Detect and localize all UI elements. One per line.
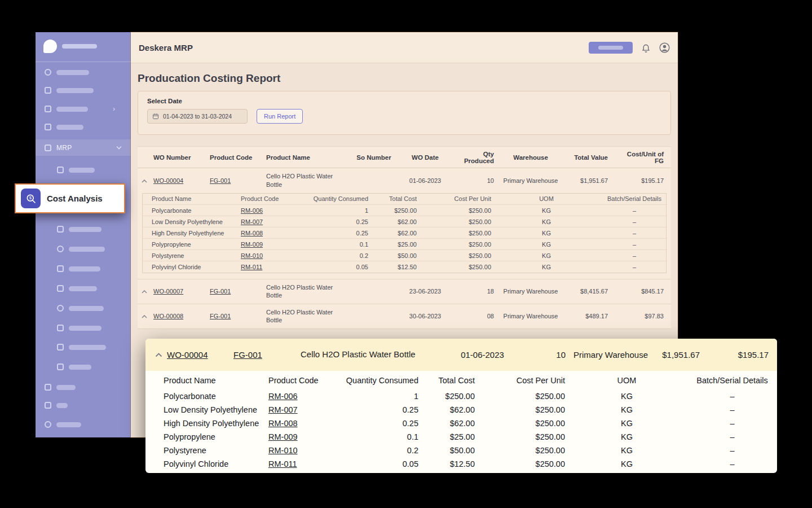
- sidebar-item-icon: [57, 305, 64, 312]
- qty-produced-cell: 08: [452, 304, 496, 329]
- material-code-link[interactable]: RM-006: [241, 207, 263, 214]
- sidebar-item-placeholder[interactable]: [45, 383, 76, 391]
- product-code-link[interactable]: FG-001: [210, 313, 231, 319]
- col-header-warehouse: Warehouse: [496, 147, 565, 168]
- material-code-link[interactable]: RM-009: [241, 241, 263, 248]
- qty-produced-cell: 10: [543, 350, 566, 360]
- table-row-wo-00007[interactable]: WO-00007 FG-001 Cello H2O Plastic Water …: [138, 279, 671, 304]
- sidebar-item-placeholder[interactable]: [45, 421, 81, 428]
- sidebar-divider: [36, 62, 131, 62]
- sidebar-item-icon: [57, 325, 64, 331]
- highlighted-wo-row[interactable]: WO-00004 FG-001 Cello H2O Plastic Water …: [145, 339, 777, 371]
- sidebar-subitem-placeholder[interactable]: [57, 265, 100, 273]
- date-filter-card: Select Date 01-04-2023 to 31-03-2024 Run…: [138, 91, 671, 135]
- sidebar-subitem-placeholder[interactable]: [57, 166, 95, 174]
- sidebar-item-icon: [57, 226, 64, 233]
- run-report-button[interactable]: Run Report: [257, 109, 303, 124]
- sidebar-item-icon: [57, 265, 64, 272]
- product-name-cell: Cello H2O Plastic Water Bottle: [266, 283, 347, 300]
- material-code-link[interactable]: RM-007: [268, 405, 298, 414]
- material-code-link[interactable]: RM-009: [268, 432, 298, 441]
- chevron-up-icon[interactable]: [145, 353, 162, 357]
- wo-number-link[interactable]: WO-00007: [153, 288, 183, 295]
- gear-icon: [45, 421, 51, 428]
- detail-col-batch: Batch/Serial Details: [602, 194, 667, 205]
- warehouse-cell: Primary Warehouse: [496, 168, 565, 193]
- col-header-product-code: Product Code: [208, 147, 264, 168]
- so-number-cell: [350, 304, 398, 329]
- sidebar-subitem-placeholder[interactable]: [57, 304, 104, 312]
- col-caret: [138, 147, 151, 168]
- sidebar-subitem-placeholder[interactable]: [57, 225, 102, 233]
- sidebar-item-mrp[interactable]: MRP: [36, 139, 131, 156]
- topbar-button-placeholder[interactable]: [589, 42, 633, 54]
- material-code-link[interactable]: RM-010: [268, 446, 298, 455]
- material-code-link[interactable]: RM-006: [268, 392, 298, 401]
- main-content: Producation Costing Report Select Date 0…: [131, 72, 678, 329]
- wo-number-link[interactable]: WO-00008: [153, 313, 183, 319]
- product-name-cell: Cello H2O Plastic Water Bottle: [301, 349, 416, 359]
- top-bar: Deskera MRP: [131, 32, 678, 63]
- wo-number-link[interactable]: WO-00004: [153, 177, 183, 184]
- material-code-link[interactable]: RM-008: [241, 230, 263, 237]
- sidebar-item-icon: [45, 402, 51, 409]
- sidebar-item-cost-analysis[interactable]: $ Cost Analysis: [15, 183, 125, 213]
- material-code-link[interactable]: RM-011: [268, 459, 297, 468]
- sidebar-subitem-placeholder[interactable]: [57, 245, 105, 253]
- material-code-link[interactable]: RM-008: [268, 419, 298, 428]
- sidebar-subitem-placeholder[interactable]: [57, 363, 91, 371]
- sidebar-subitem-placeholder[interactable]: [57, 343, 106, 351]
- total-value-cell: $8,415.67: [565, 279, 615, 304]
- cost-analysis-icon: $: [21, 189, 41, 208]
- date-range-input[interactable]: 01-04-2023 to 31-03-2024: [147, 109, 248, 124]
- sidebar-item-icon: [57, 344, 64, 351]
- product-code-link[interactable]: FG-001: [233, 350, 262, 360]
- material-code-link[interactable]: RM-011: [241, 264, 262, 270]
- material-code-link[interactable]: RM-010: [241, 252, 263, 259]
- topbar-actions: [589, 42, 670, 54]
- total-value-cell: $489.17: [565, 304, 615, 329]
- logo-text-placeholder: [62, 44, 97, 49]
- detail-col-qty: Quantity Consumed: [319, 371, 420, 389]
- col-header-wo-date: WO Date: [398, 147, 452, 168]
- material-code-link[interactable]: RM-007: [241, 218, 263, 225]
- sidebar-subitem-placeholder[interactable]: [57, 284, 97, 292]
- bell-icon[interactable]: [640, 42, 651, 53]
- table-row-wo-00004[interactable]: WO-00004 FG-001 Cello H2O Plastic Water …: [138, 168, 671, 193]
- detail-row: Low Density Polyethylene RM-007 0.25 $62…: [145, 403, 777, 417]
- chevron-up-icon[interactable]: [142, 179, 147, 183]
- product-name-cell: Cello H2O Plastic Water Bottle: [266, 308, 347, 325]
- wo-date-cell: 23-06-2023: [398, 279, 452, 304]
- qty-produced-cell: 18: [452, 279, 496, 304]
- sidebar-item-placeholder[interactable]: [45, 86, 94, 94]
- total-value-cell: $1,951.67: [565, 168, 615, 193]
- warehouse-cell: Primary Warehouse: [496, 279, 565, 304]
- detail-col-product-code: Product Code: [268, 371, 319, 389]
- calendar-icon: [152, 113, 159, 120]
- detail-col-batch: Batch/Serial Details: [687, 371, 777, 389]
- warehouse-cell: Primary Warehouse: [566, 350, 656, 360]
- page-title: Producation Costing Report: [138, 72, 671, 85]
- sidebar-item-icon: [57, 246, 64, 252]
- col-header-cost-unit: Cost/Unit of FG: [615, 147, 671, 168]
- user-avatar-icon[interactable]: [659, 42, 670, 53]
- sidebar-item-placeholder[interactable]: [45, 68, 89, 76]
- detail-row: Low Density Polyethylene RM-007 0.25 $62…: [143, 216, 667, 227]
- table-row-wo-00008[interactable]: WO-00008 FG-001 Cello H2O Plastic Water …: [138, 304, 671, 329]
- date-range-value: 01-04-2023 to 31-03-2024: [163, 113, 232, 120]
- detail-row: Polystyrene RM-010 0.2 $50.00 $250.00 KG…: [143, 250, 667, 261]
- sidebar-item-placeholder[interactable]: [45, 401, 68, 409]
- product-code-link[interactable]: FG-001: [210, 288, 231, 295]
- chevron-up-icon[interactable]: [142, 290, 147, 294]
- detail-col-cost-per-unit: Cost Per Unit: [476, 371, 566, 389]
- sidebar-item-placeholder[interactable]: [45, 123, 83, 131]
- product-code-link[interactable]: FG-001: [210, 177, 231, 184]
- wo-number-link[interactable]: WO-00004: [167, 350, 208, 360]
- costing-report-table: WO Number Product Code Product Name So N…: [138, 146, 671, 329]
- sidebar-subitem-placeholder[interactable]: [57, 324, 102, 332]
- chevron-up-icon[interactable]: [142, 315, 147, 318]
- chevron-right-icon: ›: [113, 105, 115, 113]
- sidebar-item-placeholder[interactable]: ›: [45, 105, 122, 113]
- detail-row: Polyvinyl Chloride RM-011 0.05 $12.50 $2…: [145, 457, 777, 471]
- detail-col-product-code: Product Code: [239, 194, 303, 205]
